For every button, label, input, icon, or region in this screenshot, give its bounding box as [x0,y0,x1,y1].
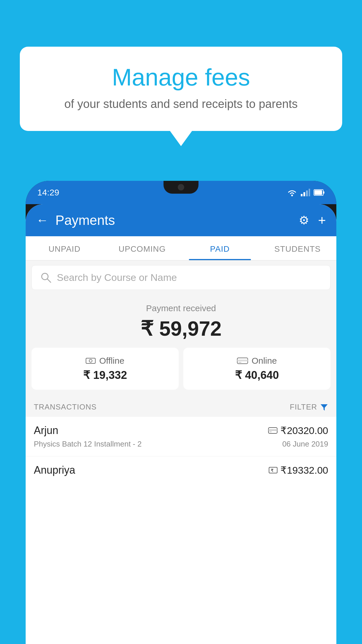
status-time: 14:29 [37,188,59,197]
transaction-desc: Physics Batch 12 Installment - 2 [34,440,142,449]
search-bar-wrap: Search by Course or Name [26,260,336,295]
battery-icon [314,189,325,196]
settings-button[interactable]: ⚙ [299,214,309,227]
offline-label: Offline [99,356,124,366]
payment-total: ₹ 59,972 [31,317,331,341]
svg-rect-14 [237,360,248,361]
transaction-item-partial[interactable]: Anupriya ₹ ₹19332.00 [26,456,336,479]
svg-point-11 [89,359,92,362]
svg-line-9 [47,279,51,282]
transaction-type-icon-2: ₹ [269,466,277,474]
payment-received-label: Payment received [31,303,331,313]
offline-amount: ₹ 19,332 [37,369,173,382]
transaction-name-2: Anupriya [34,464,75,476]
svg-rect-2 [303,192,305,196]
tabs-bar: UNPAID UPCOMING PAID STUDENTS [26,236,336,260]
search-bar[interactable]: Search by Course or Name [31,265,331,290]
transaction-type-icon [268,427,277,434]
svg-rect-6 [323,191,324,194]
svg-rect-3 [306,190,308,196]
tab-upcoming[interactable]: UPCOMING [103,236,181,260]
svg-rect-10 [86,358,95,363]
payment-cards: Offline ₹ 19,332 On [31,348,331,390]
svg-rect-15 [238,362,241,363]
svg-rect-4 [309,189,310,196]
filter-label: FILTER [290,402,317,412]
transaction-amount-row: ₹20320.00 [268,425,328,436]
status-bar: 14:29 [26,181,336,204]
online-amount: ₹ 40,640 [189,369,325,382]
header-title: Payments [55,212,299,228]
signal-icon [301,189,310,196]
svg-point-0 [291,195,293,196]
credit-card-icon [237,357,248,365]
svg-rect-19 [269,431,272,432]
speech-bubble: Manage fees of your students and send re… [20,47,342,131]
svg-marker-16 [321,404,328,411]
bubble-title: Manage fees [40,64,322,90]
bubble-subtitle: of your students and send receipts to pa… [40,97,322,111]
app-header: ← Payments ⚙ + [26,204,336,236]
online-card: Online ₹ 40,640 [183,348,331,390]
transaction-name: Arjun [34,424,58,437]
app-content: ← Payments ⚙ + UNPAID UPCOMING PAID STUD… [26,204,336,644]
search-placeholder: Search by Course or Name [57,272,177,283]
transaction-amount-row-2: ₹ ₹19332.00 [269,464,328,476]
svg-rect-7 [314,190,322,195]
wifi-icon [287,189,297,196]
online-label: Online [252,356,277,366]
transaction-amount: ₹20320.00 [280,425,328,436]
add-button[interactable]: + [318,212,326,228]
tab-paid[interactable]: PAID [181,236,259,260]
payment-summary: Payment received ₹ 59,972 Offline [26,295,336,396]
transaction-item[interactable]: Arjun ₹20320.00 Physics Batch 12 Install… [26,417,336,456]
tab-unpaid[interactable]: UNPAID [26,236,103,260]
cash-icon [86,357,96,365]
camera [178,184,184,190]
phone-frame: 14:29 [26,181,336,644]
svg-text:₹: ₹ [271,468,273,473]
transactions-header: TRANSACTIONS FILTER [26,396,336,417]
transactions-label: TRANSACTIONS [34,402,97,412]
search-icon [41,272,52,283]
svg-rect-1 [301,194,303,196]
transaction-amount-2: ₹19332.00 [280,464,328,476]
notch [164,181,198,194]
filter-button[interactable]: FILTER [290,402,328,412]
svg-rect-18 [268,429,277,431]
offline-card: Offline ₹ 19,332 [31,348,179,390]
tab-students[interactable]: STUDENTS [259,236,337,260]
transaction-date: 06 June 2019 [282,440,328,449]
status-icons [287,189,325,196]
back-button[interactable]: ← [36,213,48,227]
filter-icon [320,403,328,411]
